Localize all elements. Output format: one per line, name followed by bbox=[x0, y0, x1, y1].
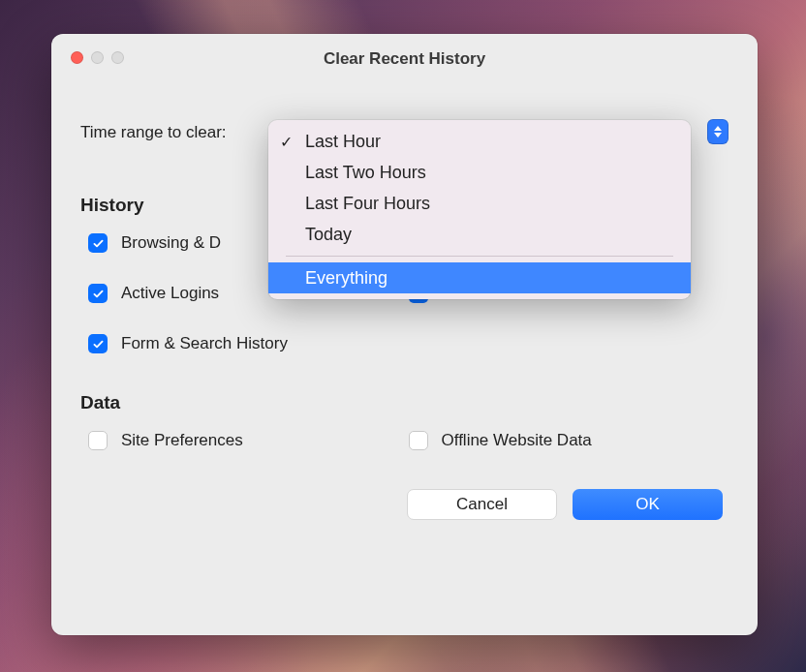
maximize-window-button bbox=[111, 51, 124, 64]
dialog-buttons: Cancel OK bbox=[80, 489, 728, 520]
browsing-download-label: Browsing & D bbox=[121, 233, 221, 253]
active-logins-checkbox[interactable] bbox=[88, 284, 108, 303]
dropdown-item-last-two-hours[interactable]: Last Two Hours bbox=[268, 157, 691, 188]
dropdown-item-last-four-hours[interactable]: Last Four Hours bbox=[268, 188, 691, 219]
checkmark-icon: ✓ bbox=[280, 133, 293, 151]
checkmark-icon bbox=[92, 288, 105, 300]
ok-button[interactable]: OK bbox=[573, 489, 723, 520]
dropdown-separator bbox=[286, 256, 673, 257]
site-preferences-checkbox[interactable] bbox=[88, 431, 108, 450]
minimize-window-button bbox=[91, 51, 104, 64]
time-range-dropdown: ✓ Last Hour Last Two Hours Last Four Hou… bbox=[268, 120, 691, 299]
window-title: Clear Recent History bbox=[324, 49, 485, 69]
data-section-heading: Data bbox=[80, 392, 728, 413]
cancel-button[interactable]: Cancel bbox=[407, 489, 557, 520]
site-preferences-label: Site Preferences bbox=[121, 431, 243, 450]
active-logins-label: Active Logins bbox=[121, 284, 219, 303]
select-chevrons-icon bbox=[707, 119, 728, 144]
offline-data-label: Offline Website Data bbox=[442, 431, 592, 450]
time-range-label: Time range to clear: bbox=[80, 123, 227, 142]
titlebar: Clear Recent History bbox=[51, 34, 758, 84]
window-controls bbox=[71, 51, 124, 64]
dropdown-item-everything[interactable]: Everything bbox=[268, 262, 691, 293]
data-checkboxes: Site Preferences Offline Website Data bbox=[88, 431, 728, 450]
dropdown-item-today[interactable]: Today bbox=[268, 219, 691, 250]
checkmark-icon bbox=[92, 338, 105, 351]
close-window-button[interactable] bbox=[71, 51, 83, 64]
checkmark-icon bbox=[92, 237, 105, 250]
offline-data-checkbox[interactable] bbox=[409, 431, 428, 450]
browsing-download-checkbox[interactable] bbox=[88, 233, 108, 253]
dropdown-item-last-hour[interactable]: ✓ Last Hour bbox=[268, 126, 691, 157]
form-search-checkbox[interactable] bbox=[88, 334, 108, 353]
form-search-label: Form & Search History bbox=[121, 334, 288, 353]
